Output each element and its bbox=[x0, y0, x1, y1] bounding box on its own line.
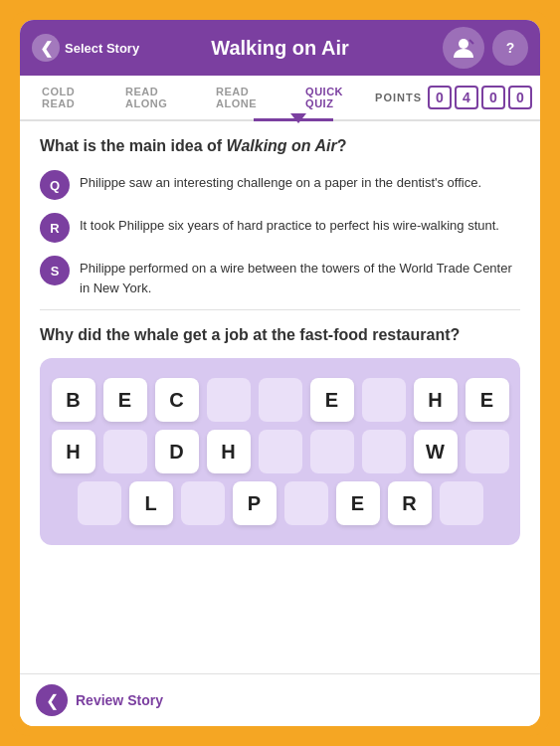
main-content: What is the main idea of Walking on Air?… bbox=[20, 121, 540, 673]
answer-option-s[interactable]: S Philippe performed on a wire between t… bbox=[40, 255, 520, 297]
tile-empty-4[interactable] bbox=[103, 430, 147, 473]
tile-P[interactable]: P bbox=[233, 481, 277, 525]
tile-B[interactable]: B bbox=[52, 378, 95, 422]
letter-grid-area: B E C E H E H D H bbox=[40, 358, 520, 545]
points-boxes: 0 4 0 0 bbox=[428, 86, 532, 109]
points-digit-3: 0 bbox=[508, 86, 532, 109]
tile-empty-2[interactable] bbox=[259, 378, 302, 422]
tile-C[interactable]: C bbox=[155, 378, 199, 422]
tile-empty-10[interactable] bbox=[181, 481, 225, 525]
select-story-label: Select Story bbox=[65, 41, 139, 56]
answer-letter-s: S bbox=[40, 256, 70, 285]
tile-H1[interactable]: H bbox=[414, 378, 458, 422]
tab-bar: COLD READ READ ALONG READ ALONE QUICK QU… bbox=[20, 76, 540, 121]
back-chevron-icon: ❮ bbox=[32, 34, 60, 62]
answer-text-q: Philippe saw an interesting challenge on… bbox=[80, 169, 481, 193]
letter-row-1: B E C E H E bbox=[52, 378, 509, 422]
answer-option-q[interactable]: Q Philippe saw an interesting challenge … bbox=[40, 169, 520, 200]
points-section: POINTS 0 4 0 0 bbox=[375, 86, 532, 109]
answer-text-s: Philippe performed on a wire between the… bbox=[80, 255, 520, 297]
tile-E1[interactable]: E bbox=[103, 378, 147, 422]
tile-H3[interactable]: H bbox=[207, 430, 251, 473]
help-label: ? bbox=[506, 40, 515, 56]
header-icons: ? bbox=[443, 27, 528, 69]
answer-letter-r: R bbox=[40, 213, 70, 243]
tab-read-along[interactable]: READ ALONG bbox=[111, 76, 202, 119]
tab-read-alone[interactable]: READ ALONE bbox=[202, 76, 291, 119]
points-digit-2: 0 bbox=[481, 86, 505, 109]
letter-grid: B E C E H E H D H bbox=[56, 378, 504, 525]
tile-D[interactable]: D bbox=[155, 430, 199, 473]
svg-line-1 bbox=[469, 40, 473, 44]
points-digit-1: 4 bbox=[455, 86, 478, 109]
tile-E3[interactable]: E bbox=[466, 378, 509, 422]
tile-empty-5[interactable] bbox=[259, 430, 302, 473]
q1-text-prefix: What is the main idea of bbox=[40, 137, 227, 154]
select-story-button[interactable]: ❮ Select Story bbox=[32, 34, 139, 62]
q1-text-italic: Walking on Air bbox=[227, 137, 337, 154]
tile-empty-8[interactable] bbox=[466, 430, 509, 473]
outer-container: ❮ Select Story Walking on Air ? bbox=[10, 10, 550, 736]
tile-empty-6[interactable] bbox=[310, 430, 354, 473]
header-title: Walking on Air bbox=[211, 37, 349, 60]
tile-empty-3[interactable] bbox=[362, 378, 406, 422]
tile-R[interactable]: R bbox=[388, 481, 432, 525]
letter-row-2: H D H W bbox=[52, 430, 509, 473]
tile-empty-12[interactable] bbox=[440, 481, 483, 525]
tile-empty-11[interactable] bbox=[284, 481, 328, 525]
tile-E4[interactable]: E bbox=[336, 481, 380, 525]
tab-dropdown-arrow bbox=[290, 113, 306, 123]
footer[interactable]: ❮ Review Story bbox=[20, 673, 540, 726]
tile-L[interactable]: L bbox=[129, 481, 173, 525]
tile-empty-9[interactable] bbox=[78, 481, 121, 525]
review-story-label: Review Story bbox=[76, 692, 163, 708]
tile-W[interactable]: W bbox=[414, 430, 458, 473]
letter-row-3: L P E R bbox=[78, 481, 483, 525]
help-icon-button[interactable]: ? bbox=[492, 30, 528, 66]
person-icon[interactable] bbox=[443, 27, 484, 69]
question1-title: What is the main idea of Walking on Air? bbox=[40, 137, 520, 155]
tile-empty-1[interactable] bbox=[207, 378, 251, 422]
question2-title: Why did the whale get a job at the fast-… bbox=[40, 326, 520, 344]
tile-H2[interactable]: H bbox=[52, 430, 95, 473]
answer-text-r: It took Philippe six years of hard pract… bbox=[80, 212, 499, 236]
tab-cold-read[interactable]: COLD READ bbox=[28, 76, 111, 119]
inner-container: ❮ Select Story Walking on Air ? bbox=[20, 20, 540, 726]
points-label: POINTS bbox=[375, 92, 422, 103]
answer-option-r[interactable]: R It took Philippe six years of hard pra… bbox=[40, 212, 520, 243]
header: ❮ Select Story Walking on Air ? bbox=[20, 20, 540, 76]
q1-text-suffix: ? bbox=[337, 137, 347, 154]
tile-empty-7[interactable] bbox=[362, 430, 406, 473]
svg-point-0 bbox=[459, 39, 468, 49]
tile-E2[interactable]: E bbox=[310, 378, 354, 422]
points-digit-0: 0 bbox=[428, 86, 452, 109]
answer-letter-q: Q bbox=[40, 170, 70, 200]
section-divider bbox=[40, 309, 520, 310]
review-story-back-icon: ❮ bbox=[36, 684, 68, 716]
